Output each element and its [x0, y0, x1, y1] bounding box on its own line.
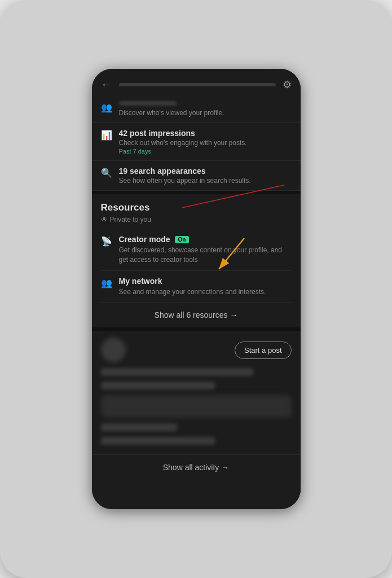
search-appearances-title: 19 search appearances [119, 167, 251, 176]
phone-inner: ← ⚙ 👥 Discover who's viewed your profile… [92, 69, 301, 509]
eye-icon: 👁 [101, 216, 108, 224]
creator-mode-item[interactable]: 📡 Creator mode On Get discovered, showca… [101, 229, 292, 271]
resources-title: Resources [101, 202, 292, 213]
header: ← ⚙ [92, 69, 301, 95]
profile-views-icon: 👥 [101, 102, 112, 113]
my-network-title: My network [119, 277, 162, 286]
search-appearances-content: 19 search appearances See how often you … [119, 167, 251, 185]
creator-mode-badge: On [175, 236, 190, 243]
activity-header: Start a post [101, 338, 292, 362]
creator-mode-desc: Get discovered, showcase content on your… [119, 246, 292, 265]
post-impressions-title: 42 post impressions [119, 129, 247, 138]
post-impressions-item: 📊 42 post impressions Check out who's en… [92, 123, 301, 161]
blurred-row-4 [101, 437, 215, 445]
show-all-resources-label: Show all 6 resources → [155, 310, 238, 319]
blurred-row-1 [101, 368, 253, 376]
settings-icon[interactable]: ⚙ [283, 78, 292, 91]
avatar-placeholder [101, 338, 126, 362]
blurred-row-3 [101, 423, 177, 431]
search-appearances-desc: See how often you appear in search resul… [119, 177, 251, 185]
resources-private-label: Private to you [110, 216, 151, 224]
creator-mode-content: Creator mode On Get discovered, showcase… [119, 235, 292, 265]
activity-section: Start a post Show all activity → [92, 331, 301, 480]
creator-mode-title: Creator mode [119, 235, 170, 244]
outer-frame: ← ⚙ 👥 Discover who's viewed your profile… [0, 0, 392, 578]
blurred-row-2 [101, 382, 215, 389]
profile-views-desc: Discover who's viewed your profile. [119, 109, 224, 117]
blurred-block-1 [101, 395, 292, 418]
resources-section: Resources 👁 Private to you 📡 Creator mod… [92, 194, 301, 303]
profile-views-content: Discover who's viewed your profile. [119, 101, 224, 117]
search-appearances-icon: 🔍 [101, 168, 112, 178]
profile-views-item: 👥 Discover who's viewed your profile. [92, 95, 301, 123]
resources-subtitle: 👁 Private to you [101, 216, 292, 224]
my-network-desc: See and manage your connections and inte… [119, 287, 266, 297]
post-impressions-time: Past 7 days [119, 148, 247, 155]
my-network-item[interactable]: 👥 My network See and manage your connect… [101, 271, 292, 303]
post-impressions-content: 42 post impressions Check out who's enga… [119, 129, 247, 155]
creator-mode-title-row: Creator mode On [119, 235, 292, 244]
my-network-content: My network See and manage your connectio… [119, 277, 266, 297]
post-impressions-icon: 📊 [101, 130, 112, 141]
search-appearances-item: 🔍 19 search appearances See how often yo… [92, 161, 301, 191]
show-all-resources-button[interactable]: Show all 6 resources → [92, 303, 301, 331]
show-all-activity-button[interactable]: Show all activity → [92, 454, 301, 480]
post-impressions-desc: Check out who's engaging with your posts… [119, 139, 247, 147]
phone-frame: ← ⚙ 👥 Discover who's viewed your profile… [92, 69, 301, 509]
start-post-button[interactable]: Start a post [235, 341, 291, 359]
my-network-title-row: My network [119, 277, 266, 286]
back-button[interactable]: ← [101, 78, 112, 91]
header-title-bar [119, 83, 276, 86]
my-network-icon: 👥 [101, 278, 112, 288]
blurred-title [119, 101, 177, 106]
creator-mode-icon: 📡 [101, 236, 112, 247]
content-area: 👥 Discover who's viewed your profile. 📊 … [92, 95, 301, 509]
show-all-activity-label: Show all activity → [163, 463, 229, 472]
